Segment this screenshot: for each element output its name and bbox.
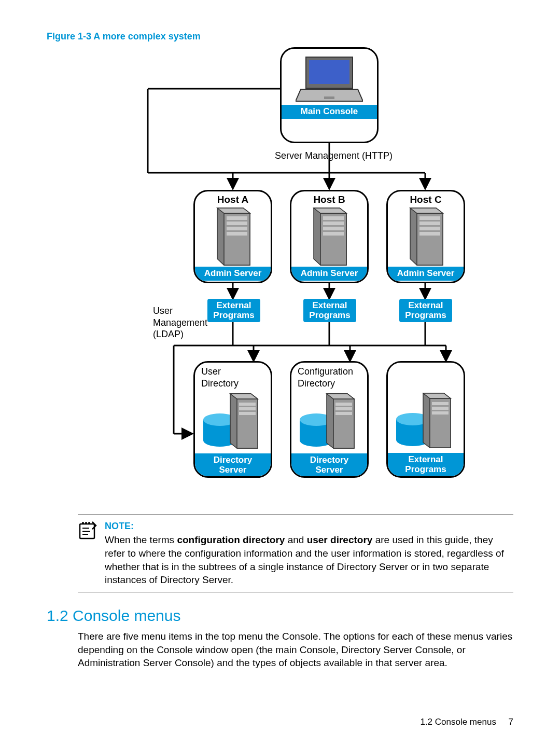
- note-block: NOTE: When the terms configuration direc…: [78, 514, 513, 592]
- note-title: NOTE:: [105, 520, 513, 532]
- ext-programs-label-bottom: External Programs: [388, 453, 464, 476]
- host-a-admin-label: Admin Server: [195, 267, 271, 281]
- svg-rect-37: [239, 412, 256, 415]
- svg-point-51: [82, 522, 84, 524]
- note-text-part2: and: [285, 534, 306, 545]
- note-text-part0: When the terms: [105, 534, 177, 545]
- svg-rect-43: [335, 412, 352, 415]
- section-heading: 1.2 Console menus: [47, 607, 513, 625]
- svg-rect-27: [323, 232, 344, 236]
- config-dir-label: Configuration Directory: [291, 363, 367, 389]
- svg-rect-22: [227, 227, 247, 230]
- diagram: Main Console Server Management (HTTP) Ho…: [124, 47, 487, 499]
- laptop-icon: [296, 52, 363, 104]
- svg-rect-49: [432, 411, 449, 415]
- figure-caption: Figure 1-3 A more complex system: [47, 31, 513, 42]
- svg-rect-48: [432, 407, 449, 410]
- svg-point-52: [85, 522, 87, 524]
- dir-server-label: Directory Server: [195, 453, 271, 477]
- svg-rect-23: [227, 232, 247, 236]
- svg-rect-31: [419, 232, 440, 236]
- svg-rect-35: [239, 403, 256, 406]
- page-footer: 1.2 Console menus 7: [420, 717, 513, 727]
- svg-rect-24: [323, 216, 344, 220]
- svg-rect-19: [324, 96, 334, 99]
- host-a-node: Host A Admin Server: [193, 190, 272, 283]
- dbserver-icon: [395, 391, 457, 453]
- ext-programs-c: External Programs: [399, 299, 452, 322]
- dbserver-icon: [298, 391, 360, 453]
- svg-rect-20: [227, 216, 247, 220]
- dir-server-label-2: Directory Server: [291, 453, 367, 477]
- svg-rect-28: [419, 216, 440, 220]
- host-b-title: Host B: [291, 191, 367, 207]
- note-text-part1: configuration directory: [177, 534, 285, 545]
- svg-point-53: [88, 522, 90, 524]
- main-console-label: Main Console: [282, 105, 377, 119]
- ext-programs-node: External Programs: [386, 361, 465, 478]
- server-icon: [215, 207, 251, 267]
- host-a-title: Host A: [195, 191, 271, 207]
- svg-rect-41: [335, 403, 352, 406]
- host-b-node: Host B Admin Server: [290, 190, 369, 283]
- main-console-node: Main Console: [280, 47, 379, 143]
- host-c-admin-label: Admin Server: [388, 267, 464, 281]
- user-dir-label: User Directory: [195, 363, 271, 389]
- server-icon: [408, 207, 444, 267]
- note-body: NOTE: When the terms configuration direc…: [105, 520, 513, 587]
- host-b-admin-label: Admin Server: [291, 267, 367, 281]
- svg-rect-25: [323, 222, 344, 225]
- svg-rect-26: [323, 227, 344, 230]
- note-text-part3: user directory: [307, 534, 373, 545]
- footer-text: 1.2 Console menus: [420, 717, 496, 727]
- section-body: There are five menu items in the top men…: [78, 630, 513, 670]
- host-c-title: Host C: [388, 191, 464, 207]
- svg-rect-42: [335, 407, 352, 410]
- dbserver-icon: [202, 391, 264, 453]
- server-mgmt-label: Server Management (HTTP): [275, 150, 393, 162]
- svg-rect-36: [239, 407, 256, 410]
- user-directory-node: User Directory Directory Server: [193, 361, 272, 478]
- note-text: When the terms configuration directory a…: [105, 533, 513, 587]
- svg-rect-30: [419, 227, 440, 230]
- svg-rect-21: [227, 222, 247, 225]
- ext-programs-b: External Programs: [303, 299, 356, 322]
- config-directory-node: Configuration Directory Directory Server: [290, 361, 369, 478]
- footer-page: 7: [509, 717, 513, 727]
- svg-rect-47: [432, 402, 449, 405]
- ext-programs-a: External Programs: [207, 299, 260, 322]
- svg-rect-29: [419, 222, 440, 225]
- note-icon: [78, 521, 97, 541]
- host-c-node: Host C Admin Server: [386, 190, 465, 283]
- server-icon: [311, 207, 347, 267]
- user-mgmt-label: User Management (LDAP): [153, 305, 207, 340]
